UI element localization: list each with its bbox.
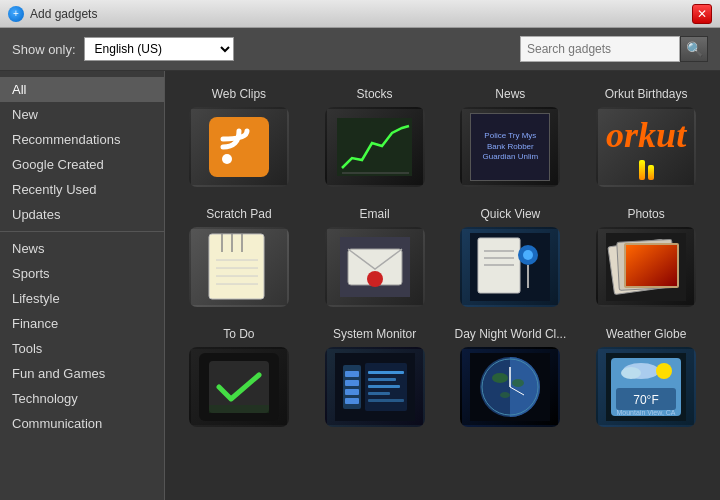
gadget-quick-view-icon [460,227,560,307]
weatherglobe-svg: 70°F Mountain View, CA [606,353,686,421]
gadget-to-do-label: To Do [223,327,254,341]
svg-rect-35 [345,398,359,404]
news-inner: Police Try Mys Bank Robber Guardian Unli… [470,113,550,181]
svg-rect-26 [626,245,677,286]
search-button[interactable]: 🔍 [680,36,708,62]
sidebar-item-finance[interactable]: Finance [0,311,164,336]
gadget-to-do[interactable]: To Do [175,321,303,433]
gadget-quick-view[interactable]: Quick View [447,201,575,313]
language-select[interactable]: English (US) All [84,37,234,61]
svg-text:Mountain View, CA: Mountain View, CA [617,409,676,416]
gadget-web-clips-icon [189,107,289,187]
gadget-stocks-label: Stocks [357,87,393,101]
svg-point-53 [621,367,641,379]
gadget-news[interactable]: News Police Try Mys Bank Robber Guardian… [447,81,575,193]
svg-point-54 [656,363,672,379]
svg-point-44 [492,373,508,383]
svg-rect-34 [345,389,359,395]
gadget-quick-view-label: Quick View [480,207,540,221]
gadget-grid: Web Clips Stocks [165,71,720,500]
daynight-svg [470,353,550,421]
gadget-stocks-icon [325,107,425,187]
svg-rect-38 [368,378,396,381]
svg-rect-3 [209,234,264,299]
gadget-system-monitor[interactable]: System Monitor [311,321,439,433]
email-svg [340,237,410,297]
gadget-photos[interactable]: Photos [582,201,710,313]
gadget-orkut-birthdays[interactable]: Orkut Birthdays orkut [582,81,710,193]
gadget-weather-globe[interactable]: Weather Globe 70°F Mountain View, CA [582,321,710,433]
svg-rect-33 [345,380,359,386]
search-area: 🔍 [520,36,708,62]
svg-point-21 [523,250,533,260]
sidebar-item-news[interactable]: News [0,236,164,261]
sidebar-item-tools[interactable]: Tools [0,336,164,361]
gadget-photos-icon [596,227,696,307]
gadget-weather-globe-icon: 70°F Mountain View, CA [596,347,696,427]
sidebar-divider-1 [0,231,164,232]
sidebar-item-fun-and-games[interactable]: Fun and Games [0,361,164,386]
svg-point-45 [512,379,524,387]
svg-point-13 [367,271,383,287]
sidebar-item-technology[interactable]: Technology [0,386,164,411]
window-title: Add gadgets [30,7,692,21]
gadget-to-do-icon [189,347,289,427]
show-only-label: Show only: [12,42,76,57]
sidebar-item-sports[interactable]: Sports [0,261,164,286]
title-bar: + Add gadgets ✕ [0,0,720,28]
gadget-news-label: News [495,87,525,101]
search-input[interactable] [520,36,680,62]
gadget-system-monitor-label: System Monitor [333,327,416,341]
sysmon-svg [335,353,415,421]
rss-icon [209,117,269,177]
gadget-scratch-pad-label: Scratch Pad [206,207,271,221]
photos-svg [606,233,686,301]
svg-rect-29 [209,405,269,413]
sidebar-item-all[interactable]: All [0,77,164,102]
gadget-web-clips[interactable]: Web Clips [175,81,303,193]
svg-rect-41 [368,399,404,402]
svg-rect-37 [368,371,404,374]
gadget-stocks[interactable]: Stocks [311,81,439,193]
svg-point-0 [222,154,232,164]
gadget-orkut-icon: orkut [596,107,696,187]
svg-rect-1 [337,118,412,176]
app-icon: + [8,6,24,22]
gadget-day-night-label: Day Night World Cl... [454,327,566,341]
sidebar-item-communication[interactable]: Communication [0,411,164,436]
gadget-orkut-label: Orkut Birthdays [605,87,688,101]
sidebar-item-google-created[interactable]: Google Created [0,152,164,177]
svg-text:70°F: 70°F [633,393,658,407]
gadget-day-night-world[interactable]: Day Night World Cl... [447,321,575,433]
quickview-svg [470,233,550,301]
gadget-email[interactable]: Email [311,201,439,313]
gadget-news-icon: Police Try Mys Bank Robber Guardian Unli… [460,107,560,187]
gadget-weather-globe-label: Weather Globe [606,327,687,341]
close-button[interactable]: ✕ [692,4,712,24]
gadget-scratch-pad[interactable]: Scratch Pad [175,201,303,313]
gadget-email-label: Email [360,207,390,221]
sidebar-item-recently-used[interactable]: Recently Used [0,177,164,202]
gadget-web-clips-label: Web Clips [212,87,266,101]
toolbar: Show only: English (US) All 🔍 [0,28,720,71]
sidebar-item-recommendations[interactable]: Recommendations [0,127,164,152]
sidebar-item-lifestyle[interactable]: Lifestyle [0,286,164,311]
sidebar-item-new[interactable]: New [0,102,164,127]
svg-point-46 [500,392,510,398]
main-content: All New Recommendations Google Created R… [0,71,720,500]
sidebar: All New Recommendations Google Created R… [0,71,165,500]
svg-rect-39 [368,385,400,388]
scratchpad-svg [204,232,274,302]
gadget-day-night-icon [460,347,560,427]
gadget-photos-label: Photos [627,207,664,221]
gadget-system-monitor-icon [325,347,425,427]
svg-rect-32 [345,371,359,377]
svg-rect-40 [368,392,390,395]
todo-svg [199,353,279,421]
gadget-email-icon [325,227,425,307]
sidebar-item-updates[interactable]: Updates [0,202,164,227]
stocks-chart-svg [337,118,412,176]
gadget-scratch-pad-icon [189,227,289,307]
